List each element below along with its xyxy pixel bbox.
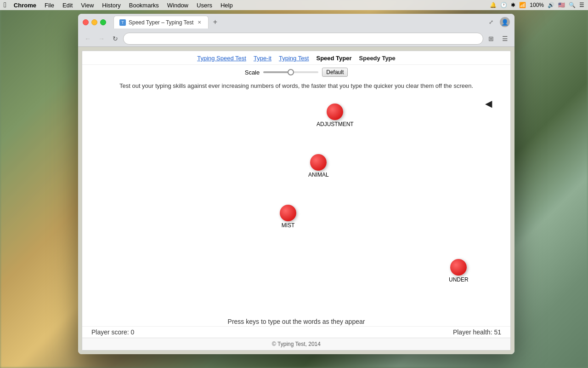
player-health: Player health: 51: [453, 328, 501, 336]
traffic-lights: [83, 19, 106, 25]
minimize-button[interactable]: [91, 19, 97, 25]
bluetooth-icon: ✱: [511, 2, 515, 8]
notification-icon: 🔔: [490, 2, 497, 8]
page-frame: Typing Speed Test Type-it Typing Test Sp…: [82, 51, 511, 351]
forward-button[interactable]: →: [96, 33, 107, 45]
new-tab-button[interactable]: +: [209, 17, 221, 27]
spotlight-icon: 🔍: [569, 2, 576, 8]
nav-right-controls: ⊞ ☰: [485, 33, 511, 45]
extensions-button[interactable]: ⊞: [485, 33, 497, 45]
word-label-under: UNDER: [449, 276, 469, 283]
chrome-menu-button[interactable]: ☰: [499, 33, 511, 45]
menu-icon: ☰: [579, 2, 584, 8]
menubar-bookmarks[interactable]: Bookmarks: [125, 1, 163, 9]
link-speed-typer[interactable]: Speed Typer: [316, 55, 351, 62]
titlebar: T Speed Typer – Typing Test ✕ + ⤢ 👤: [78, 14, 514, 30]
word-item-mist: MIST: [280, 205, 296, 229]
active-tab[interactable]: T Speed Typer – Typing Test ✕: [113, 16, 209, 29]
address-bar[interactable]: [123, 33, 483, 45]
reload-button[interactable]: ↻: [109, 33, 121, 45]
default-button[interactable]: Default: [322, 68, 348, 77]
tab-close-button[interactable]: ✕: [196, 19, 203, 26]
window-controls-right: ⤢ 👤: [486, 17, 510, 27]
menubar-edit[interactable]: Edit: [59, 1, 76, 9]
clock-icon: 🕐: [500, 2, 507, 8]
menubar-view[interactable]: View: [77, 1, 97, 9]
word-bubble-mist: [280, 205, 296, 221]
link-typing-test[interactable]: Typing Test: [279, 55, 309, 62]
status-bar: Player score: 0 Player health: 51: [82, 326, 510, 338]
scale-label: Scale: [245, 69, 260, 76]
menubar-users[interactable]: Users: [193, 1, 216, 9]
navbar: ← → ↻ ⊞ ☰: [78, 30, 514, 47]
back-button[interactable]: ←: [82, 33, 94, 45]
menubar-chrome[interactable]: Chrome: [10, 1, 40, 9]
game-area: ◀ ADJUSTMENT ANIMAL MIST: [82, 94, 510, 316]
link-speedy-type[interactable]: Speedy Type: [359, 55, 396, 62]
word-label-animal: ANIMAL: [308, 172, 329, 178]
tab-favicon: T: [119, 19, 126, 26]
player-score: Player score: 0: [91, 328, 134, 336]
apple-menu-icon[interactable]: : [4, 1, 6, 9]
flag-icon: 🇺🇸: [558, 2, 565, 8]
link-typing-speed-test[interactable]: Typing Speed Test: [197, 55, 246, 62]
scale-thumb: [288, 69, 294, 75]
word-bubble-adjustment: [327, 104, 343, 120]
word-label-adjustment: ADJUSTMENT: [317, 121, 354, 127]
word-label-mist: MIST: [282, 222, 295, 229]
battery-label: 100%: [530, 2, 544, 8]
word-bubble-under: [450, 259, 467, 276]
word-item-animal: ANIMAL: [308, 154, 329, 178]
menubar-help[interactable]: Help: [217, 1, 237, 9]
volume-icon: 🔊: [548, 2, 554, 8]
menubar-window[interactable]: Window: [164, 1, 192, 9]
close-button[interactable]: [83, 19, 89, 25]
word-item-under: UNDER: [449, 259, 469, 283]
word-bubble-animal: [310, 154, 327, 171]
menubar:  Chrome File Edit View History Bookmark…: [0, 0, 588, 10]
menubar-history[interactable]: History: [98, 1, 124, 9]
tab-title: Speed Typer – Typing Test: [129, 19, 193, 26]
maximize-button[interactable]: [100, 19, 106, 25]
page-content: Typing Speed Test Type-it Typing Test Sp…: [78, 47, 514, 354]
tab-bar: T Speed Typer – Typing Test ✕ +: [113, 16, 221, 29]
chrome-window: T Speed Typer – Typing Test ✕ + ⤢ 👤 ← → …: [78, 14, 514, 354]
word-item-adjustment: ADJUSTMENT: [317, 104, 354, 127]
profile-button[interactable]: 👤: [500, 17, 510, 27]
menubar-right-icons: 🔔 🕐 ✱ 📶 100% 🔊 🇺🇸 🔍 ☰: [490, 2, 584, 8]
description: Test out your typing skills against ever…: [82, 80, 510, 94]
restore-window-button[interactable]: ⤢: [486, 17, 496, 27]
instruction: Press keys to type out the words as they…: [82, 316, 510, 326]
sound-icon[interactable]: ◀: [485, 98, 492, 109]
links-header: Typing Speed Test Type-it Typing Test Sp…: [82, 51, 510, 65]
scale-slider[interactable]: [263, 71, 318, 73]
page-footer: © Typing Test, 2014: [82, 338, 510, 350]
copyright-text: © Typing Test, 2014: [272, 341, 321, 347]
wifi-icon: 📶: [519, 2, 526, 8]
link-type-it[interactable]: Type-it: [254, 55, 271, 62]
scale-row: Scale Default: [82, 65, 510, 80]
menubar-file[interactable]: File: [41, 1, 58, 9]
